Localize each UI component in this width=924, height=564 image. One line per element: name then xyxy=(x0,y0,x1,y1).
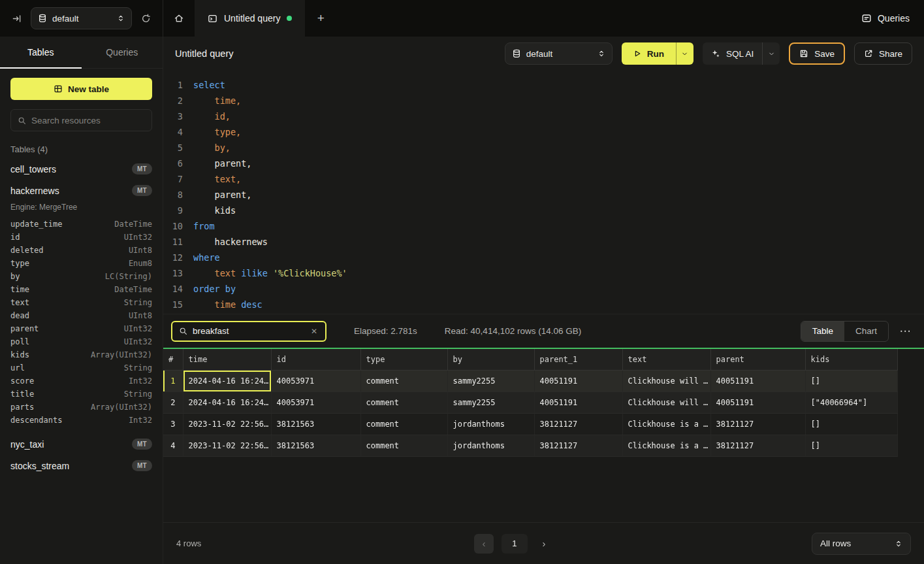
topbar-database-selector[interactable]: default xyxy=(31,7,132,29)
cell[interactable]: 38121563 xyxy=(271,413,360,435)
cell[interactable]: comment xyxy=(360,413,447,435)
code-line[interactable]: 1select xyxy=(163,77,924,93)
cell[interactable]: Clickhouse will … xyxy=(622,391,710,413)
sidebar-table-nyc_taxi[interactable]: nyc_taxiMT xyxy=(10,433,152,455)
cell[interactable]: 2024-04-16 16:24… xyxy=(183,370,271,391)
code-line[interactable]: 3 id, xyxy=(163,108,924,124)
cell[interactable]: 38121127 xyxy=(534,413,622,435)
code-line[interactable]: 14order by xyxy=(163,281,924,297)
column-row[interactable]: kidsArray(UInt32) xyxy=(10,348,152,361)
code-line[interactable]: 6 parent, xyxy=(163,156,924,171)
column-row[interactable]: descendantsInt32 xyxy=(10,414,152,427)
cell[interactable]: 40051191 xyxy=(534,370,622,391)
cell[interactable]: ["40066964"] xyxy=(805,391,897,413)
cell[interactable]: 38121563 xyxy=(271,435,360,456)
results-search[interactable]: ✕ xyxy=(171,321,327,342)
code-line[interactable]: 8 parent, xyxy=(163,187,924,203)
cell[interactable]: comment xyxy=(360,391,447,413)
cell[interactable]: 38121127 xyxy=(710,435,805,456)
column-row[interactable]: urlString xyxy=(10,361,152,374)
tab-untitled-query[interactable]: Untitled query xyxy=(195,0,305,37)
code-line[interactable]: 7 text, xyxy=(163,171,924,187)
collapse-sidebar-button[interactable] xyxy=(9,11,24,26)
sidebar-tab-tables[interactable]: Tables xyxy=(0,37,82,68)
query-database-selector[interactable]: default xyxy=(505,42,613,65)
column-row[interactable]: timeDateTime xyxy=(10,283,152,296)
clear-search-button[interactable]: ✕ xyxy=(310,325,319,337)
new-table-button[interactable]: New table xyxy=(10,78,152,100)
sql-editor[interactable]: 1select2 time,3 id,4 type,5 by,6 parent,… xyxy=(163,71,924,314)
column-header-time[interactable]: time xyxy=(183,349,271,370)
sidebar-search-input[interactable] xyxy=(31,116,145,125)
column-header-text[interactable]: text xyxy=(622,349,710,370)
sidebar-table-hackernews[interactable]: hackernewsMT xyxy=(10,180,152,201)
view-table-button[interactable]: Table xyxy=(801,322,844,341)
column-row[interactable]: parentUInt32 xyxy=(10,322,152,335)
cell[interactable]: [] xyxy=(805,370,897,391)
column-row[interactable]: textString xyxy=(10,296,152,309)
sidebar-table-stocks_stream[interactable]: stocks_streamMT xyxy=(10,455,152,476)
cell[interactable]: 38121127 xyxy=(534,435,622,456)
code-line[interactable]: 15 time desc xyxy=(163,297,924,312)
row-number[interactable]: 2 xyxy=(163,391,183,413)
column-row[interactable]: pollUInt32 xyxy=(10,335,152,348)
column-header-parent[interactable]: parent xyxy=(710,349,805,370)
cell[interactable]: 38121127 xyxy=(710,413,805,435)
cell[interactable]: 2023-11-02 22:56… xyxy=(183,435,271,456)
share-button[interactable]: Share xyxy=(854,42,912,65)
column-row[interactable]: deletedUInt8 xyxy=(10,244,152,257)
cell[interactable]: 40051191 xyxy=(710,391,805,413)
column-header-hash[interactable]: # xyxy=(163,349,183,370)
cell[interactable]: jordanthoms xyxy=(447,413,534,435)
refresh-button[interactable] xyxy=(138,11,153,26)
row-number[interactable]: 1 xyxy=(163,370,183,391)
cell[interactable]: [] xyxy=(805,435,897,456)
cell[interactable]: 2023-11-02 22:56… xyxy=(183,413,271,435)
column-header-parent_1[interactable]: parent_1 xyxy=(534,349,622,370)
column-header-by[interactable]: by xyxy=(447,349,534,370)
column-row[interactable]: scoreInt32 xyxy=(10,374,152,388)
sidebar-tab-queries[interactable]: Queries xyxy=(82,37,163,68)
code-line[interactable]: 5 by, xyxy=(163,140,924,156)
row-number[interactable]: 4 xyxy=(163,435,183,456)
cell[interactable]: 40051191 xyxy=(534,391,622,413)
run-options-button[interactable] xyxy=(676,42,693,65)
cell[interactable]: Clickhouse is a … xyxy=(622,435,710,456)
save-button[interactable]: Save xyxy=(789,42,845,65)
cell[interactable]: 40053971 xyxy=(271,391,360,413)
cell[interactable]: Clickhouse is a … xyxy=(622,413,710,435)
column-row[interactable]: deadUInt8 xyxy=(10,309,152,322)
column-row[interactable]: byLC(String) xyxy=(10,270,152,283)
results-search-input[interactable] xyxy=(193,326,304,336)
column-row[interactable]: partsArray(UInt32) xyxy=(10,401,152,414)
more-options-button[interactable]: ⋯ xyxy=(894,324,916,338)
cell[interactable]: comment xyxy=(360,370,447,391)
previous-page-button[interactable]: ‹ xyxy=(474,534,494,554)
column-header-id[interactable]: id xyxy=(271,349,360,370)
column-header-kids[interactable]: kids xyxy=(805,349,897,370)
code-line[interactable]: 12where xyxy=(163,250,924,265)
column-header-type[interactable]: type xyxy=(360,349,447,370)
cell[interactable]: sammy2255 xyxy=(447,391,534,413)
column-row[interactable]: typeEnum8 xyxy=(10,257,152,270)
cell[interactable]: comment xyxy=(360,435,447,456)
column-row[interactable]: titleString xyxy=(10,388,152,401)
cell[interactable]: 40053971 xyxy=(271,370,360,391)
row-number[interactable]: 3 xyxy=(163,413,183,435)
cell[interactable]: 2024-04-16 16:24… xyxy=(183,391,271,413)
page-size-selector[interactable]: All rows xyxy=(812,533,911,555)
code-line[interactable]: 9 kids xyxy=(163,203,924,218)
cell[interactable]: 40051191 xyxy=(710,370,805,391)
sql-ai-button[interactable]: SQL AI xyxy=(703,42,780,65)
code-line[interactable]: 13 text ilike '%ClickHouse%' xyxy=(163,265,924,281)
column-row[interactable]: idUInt32 xyxy=(10,231,152,244)
cell[interactable]: sammy2255 xyxy=(447,370,534,391)
run-button[interactable]: Run xyxy=(622,42,676,65)
cell[interactable]: [] xyxy=(805,413,897,435)
code-line[interactable]: 4 type, xyxy=(163,124,924,140)
code-line[interactable]: 10from xyxy=(163,218,924,234)
queries-button[interactable]: Queries xyxy=(861,13,910,24)
new-tab-button[interactable]: + xyxy=(305,0,336,37)
cell[interactable]: jordanthoms xyxy=(447,435,534,456)
next-page-button[interactable]: › xyxy=(535,534,552,554)
